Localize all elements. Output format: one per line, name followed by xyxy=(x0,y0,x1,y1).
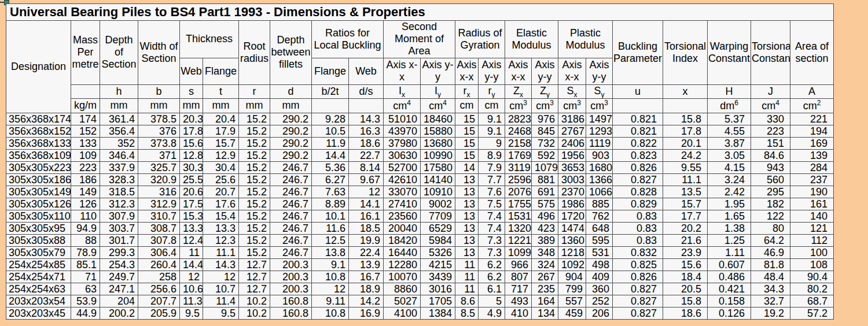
value-cell: 15.4 xyxy=(203,210,239,222)
value-cell: 12.5 xyxy=(312,234,349,246)
value-cell: 90.4 xyxy=(790,271,834,283)
value-cell: 37980 xyxy=(384,137,421,149)
value-cell: 307.8 xyxy=(138,234,180,246)
col-header-area-of-section: Area of section xyxy=(790,21,834,85)
value-cell: 3186 xyxy=(558,113,586,125)
value-cell: 7.4 xyxy=(479,222,505,234)
value-cell: 20.3 xyxy=(180,113,203,125)
value-cell: 246.7 xyxy=(270,222,312,234)
value-cell: 249.7 xyxy=(100,271,138,283)
designation-cell: 305x305x223 xyxy=(6,161,71,173)
value-cell: 9 xyxy=(479,137,505,149)
value-cell: 2158 xyxy=(505,137,532,149)
unit-zx: cm3 xyxy=(505,99,532,113)
value-cell: 14.1 xyxy=(349,198,384,210)
col-header-flange-ratio: Flange xyxy=(312,58,349,84)
value-cell: 2406 xyxy=(558,137,586,149)
value-cell: 81.8 xyxy=(751,258,790,271)
symbol-rx: rx xyxy=(455,84,479,99)
value-cell: 12 xyxy=(203,271,239,283)
value-cell: 8.14 xyxy=(349,161,384,173)
value-cell: 126 xyxy=(71,198,100,210)
value-cell: 373.8 xyxy=(138,137,180,149)
value-cell: 200.3 xyxy=(270,271,312,283)
value-cell: 7.4 xyxy=(479,210,505,222)
value-cell: 330 xyxy=(751,113,790,125)
value-cell: 246.7 xyxy=(270,234,312,246)
value-cell: 13.9 xyxy=(349,258,384,271)
value-cell: 4100 xyxy=(384,307,421,319)
value-cell: 14.3 xyxy=(203,258,239,271)
symbol-zx: Zx xyxy=(505,84,532,99)
col-header-web-thickness: Web xyxy=(180,58,203,84)
value-cell: 0.821 xyxy=(613,113,663,125)
value-cell: 11 xyxy=(455,283,479,295)
value-cell: 8.5 xyxy=(455,307,479,319)
unit-ry: cm xyxy=(479,99,505,113)
value-cell: 15.2 xyxy=(239,149,270,161)
value-cell: 15.2 xyxy=(239,161,270,173)
value-cell: 10.1 xyxy=(312,210,349,222)
value-cell: 16.7 xyxy=(349,271,384,283)
value-cell: 186 xyxy=(71,173,100,186)
value-cell: 346.4 xyxy=(100,149,138,161)
unit-d: mm xyxy=(270,99,312,113)
value-cell: 389 xyxy=(532,234,558,246)
value-cell: 15 xyxy=(455,149,479,161)
value-cell: 6529 xyxy=(421,222,455,234)
designation-cell: 203x203x45 xyxy=(6,307,71,319)
value-cell: 9.11 xyxy=(312,295,349,307)
value-cell: 13 xyxy=(455,222,479,234)
value-cell: 15.2 xyxy=(239,113,270,125)
unit-r: mm xyxy=(239,99,270,113)
value-cell: 318.5 xyxy=(100,186,138,198)
value-cell: 496 xyxy=(532,210,558,222)
symbol-sx: Sx xyxy=(558,84,586,99)
value-cell: 1720 xyxy=(558,210,586,222)
value-cell: 301.7 xyxy=(100,234,138,246)
value-cell: 15.2 xyxy=(239,137,270,149)
value-cell: 284 xyxy=(790,161,834,173)
value-cell: 903 xyxy=(586,149,613,161)
value-cell: 7.7 xyxy=(479,173,505,186)
value-cell: 904 xyxy=(558,271,586,283)
value-cell: 169 xyxy=(790,137,834,149)
col-header-rx-axis: Axis x-x xyxy=(455,58,479,84)
table-row: 356x368x152152356.437617.817.915.2290.21… xyxy=(6,125,834,137)
value-cell: 17.5 xyxy=(180,198,203,210)
value-cell: 11 xyxy=(455,271,479,283)
value-cell: 410 xyxy=(505,307,532,319)
value-cell: 12 xyxy=(180,271,203,283)
value-cell: 15.7 xyxy=(663,198,708,210)
value-cell: 295 xyxy=(751,186,790,198)
value-cell: 881 xyxy=(532,173,558,186)
value-cell: 0.158 xyxy=(708,295,751,307)
symbol-r: r xyxy=(239,84,270,99)
designation-cell: 356x368x109 xyxy=(6,149,71,161)
value-cell: 0.826 xyxy=(613,271,663,283)
value-cell: 312.3 xyxy=(100,198,138,210)
value-cell: 80 xyxy=(751,222,790,234)
value-cell: 0.421 xyxy=(708,283,751,295)
table-row: 203x203x5453.9204207.711.311.410.2160.89… xyxy=(6,295,834,307)
symbol-J: J xyxy=(751,84,790,99)
unit-t: mm xyxy=(203,99,239,113)
value-cell: 310.7 xyxy=(138,210,180,222)
value-cell: 16.1 xyxy=(349,210,384,222)
value-cell: 85.1 xyxy=(71,258,100,271)
value-cell: 20.7 xyxy=(203,186,239,198)
value-cell: 807 xyxy=(505,271,532,283)
table-row: 305x305x126126312.3312.917.517.615.2246.… xyxy=(6,198,834,210)
value-cell: 1384 xyxy=(421,307,455,319)
col-group-radius-of-gyration: Radius of Gyration xyxy=(455,21,505,58)
value-cell: 3439 xyxy=(421,271,455,283)
value-cell: 1360 xyxy=(558,234,586,246)
value-cell: 182 xyxy=(751,198,790,210)
value-cell: 498 xyxy=(586,258,613,271)
value-cell: 324 xyxy=(532,258,558,271)
value-cell: 84.6 xyxy=(751,149,790,161)
value-cell: 4.9 xyxy=(479,307,505,319)
value-cell: 976 xyxy=(532,113,558,125)
value-cell: 200.3 xyxy=(270,283,312,295)
unit-rx: cm xyxy=(455,99,479,113)
